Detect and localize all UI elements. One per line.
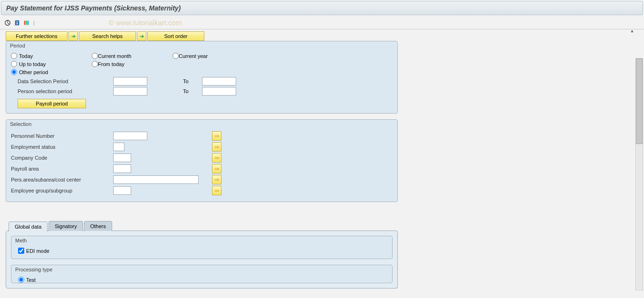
selection-input[interactable]: [113, 132, 147, 140]
meth-title: Meth: [11, 236, 392, 245]
processing-type-groupbox: Processing type Test: [11, 265, 393, 283]
person-selection-to-input[interactable]: [202, 87, 236, 96]
data-selection-to-input[interactable]: [202, 77, 236, 86]
selection-input[interactable]: [113, 164, 131, 173]
tab-content-global: Meth EDI mode Processing type Test: [6, 231, 398, 288]
data-selection-label: Data Selection Period: [11, 78, 113, 84]
selection-field-label: Payroll area: [11, 166, 113, 172]
meth-groupbox: Meth EDI mode: [11, 236, 393, 259]
selection-row: Employee group/subgroup⇨: [11, 186, 393, 195]
toolbar-separator: |: [33, 20, 35, 26]
arrow-right-icon: ⇨: [215, 177, 219, 183]
content-area: Further selections ➜ Search helps ➜ Sort…: [0, 29, 644, 290]
processing-title: Processing type: [11, 265, 392, 274]
bars-icon[interactable]: [23, 19, 30, 27]
scrollbar-thumb[interactable]: [636, 58, 643, 144]
search-helps-button[interactable]: Search helps: [79, 31, 136, 41]
tab-global-data[interactable]: Global data: [9, 221, 48, 231]
selection-field-label: Employee group/subgroup: [11, 188, 113, 193]
radio-other-period[interactable]: Other period: [11, 69, 92, 75]
period-title: Period: [6, 41, 397, 50]
arrow-right-icon: ➜: [140, 33, 144, 39]
multiple-selection-button[interactable]: ⇨: [212, 164, 221, 173]
to-label: To: [183, 78, 197, 84]
further-selections-button[interactable]: Further selections: [6, 31, 67, 41]
radio-current-month[interactable]: Current month: [92, 53, 173, 59]
selection-field-label: Employment status: [11, 144, 113, 150]
radio-today[interactable]: Today: [11, 53, 92, 59]
app-toolbar: | © www.tutorialkart.com: [0, 16, 644, 29]
svg-rect-5: [26, 20, 27, 25]
execute-icon[interactable]: [4, 19, 11, 27]
selection-row: Personnel Number⇨: [11, 131, 393, 141]
selection-field-label: Company Code: [11, 155, 113, 161]
selection-row: Pers.area/subarea/cost center⇨: [11, 175, 393, 184]
sort-order-arrow-button[interactable]: ➜: [137, 31, 146, 41]
multiple-selection-button[interactable]: ⇨: [212, 186, 221, 195]
page-title: Pay Statement for IJSS Payments (Sicknes…: [6, 4, 638, 12]
selection-input[interactable]: [113, 175, 199, 184]
selection-field-label: Pers.area/subarea/cost center: [11, 177, 113, 183]
multiple-selection-button[interactable]: ⇨: [212, 142, 221, 152]
selection-input[interactable]: [113, 143, 125, 151]
person-selection-label: Person selection period: [11, 88, 113, 94]
arrow-right-icon: ⇨: [215, 166, 219, 172]
search-helps-arrow-button[interactable]: ➜: [68, 31, 78, 41]
selection-row: Company Code⇨: [11, 153, 393, 163]
period-groupbox: Period Today Current month Current year …: [6, 41, 398, 114]
edi-mode-checkbox[interactable]: EDI mode: [16, 248, 387, 254]
arrow-right-icon: ⇨: [215, 144, 219, 150]
svg-rect-2: [17, 21, 18, 22]
arrow-right-icon: ⇨: [215, 133, 219, 139]
payroll-period-button[interactable]: Payroll period: [18, 99, 86, 108]
vertical-scrollbar[interactable]: [635, 58, 643, 290]
svg-rect-6: [28, 20, 29, 25]
multiple-selection-button[interactable]: ⇨: [212, 153, 221, 163]
watermark-text: © www.tutorialkart.com: [109, 19, 182, 27]
selection-title: Selection: [6, 120, 397, 128]
selection-groupbox: Selection Personnel Number⇨Employment st…: [6, 119, 398, 202]
selection-input[interactable]: [113, 186, 131, 195]
selection-row: Employment status⇨: [11, 142, 393, 152]
svg-rect-4: [24, 20, 26, 25]
multiple-selection-button[interactable]: ⇨: [212, 131, 221, 141]
radio-from-today[interactable]: From today: [92, 61, 173, 67]
sort-order-button[interactable]: Sort order: [147, 31, 204, 41]
arrow-right-icon: ⇨: [215, 188, 219, 194]
svg-rect-3: [17, 22, 18, 24]
tab-strip: Global data Signatory Others: [9, 221, 638, 231]
radio-test[interactable]: Test: [16, 277, 387, 283]
to-label: To: [183, 88, 197, 94]
arrow-right-icon: ⇨: [215, 155, 219, 161]
radio-up-to-today[interactable]: Up to today: [11, 61, 92, 67]
selection-button-row: Further selections ➜ Search helps ➜ Sort…: [6, 31, 638, 41]
data-selection-from-input[interactable]: [113, 77, 147, 86]
selection-field-label: Personnel Number: [11, 133, 113, 139]
person-selection-from-input[interactable]: [113, 87, 147, 96]
info-icon[interactable]: [13, 19, 21, 27]
arrow-right-icon: ➜: [71, 33, 76, 39]
tab-signatory[interactable]: Signatory: [48, 221, 83, 231]
multiple-selection-button[interactable]: ⇨: [212, 175, 221, 184]
title-bar: Pay Statement for IJSS Payments (Sicknes…: [1, 1, 643, 15]
tab-others[interactable]: Others: [84, 221, 112, 231]
selection-row: Payroll area⇨: [11, 164, 393, 173]
radio-current-year[interactable]: Current year: [173, 53, 208, 59]
selection-input[interactable]: [113, 154, 131, 162]
